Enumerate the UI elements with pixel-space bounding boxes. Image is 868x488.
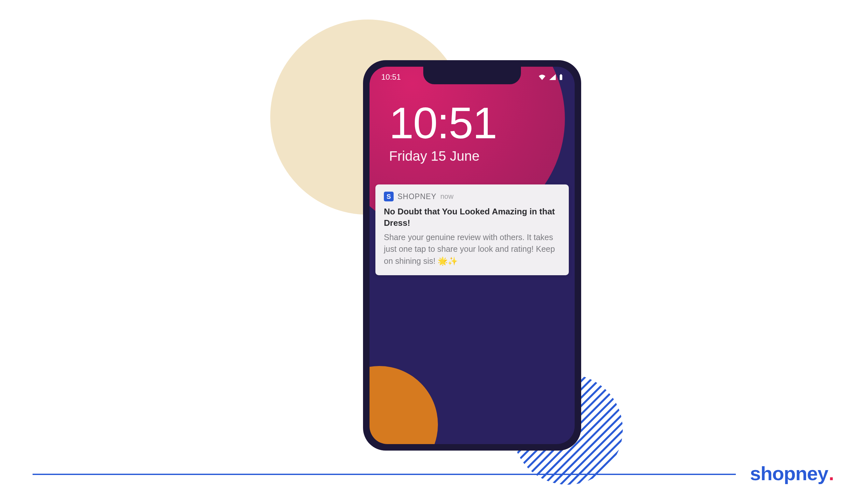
notification-body: Share your genuine review with others. I… bbox=[384, 231, 560, 267]
phone-mockup: 10:51 10:51 Friday 15 June S SH bbox=[363, 60, 581, 451]
status-bar: 10:51 bbox=[370, 71, 575, 84]
push-notification[interactable]: S SHOPNEY now No Doubt that You Looked A… bbox=[375, 185, 569, 275]
wallpaper-blob-orange bbox=[370, 366, 438, 444]
footer-divider bbox=[33, 474, 835, 475]
brand-name: shopney bbox=[750, 462, 828, 485]
notification-time-ago: now bbox=[440, 192, 453, 201]
wifi-icon bbox=[538, 74, 546, 80]
phone-screen: 10:51 10:51 Friday 15 June S SH bbox=[370, 67, 575, 444]
lockscreen-date: Friday 15 June bbox=[389, 148, 562, 164]
cellular-icon bbox=[549, 74, 556, 80]
status-time: 10:51 bbox=[381, 72, 401, 82]
battery-icon bbox=[559, 74, 563, 80]
notification-title: No Doubt that You Looked Amazing in that… bbox=[384, 206, 560, 229]
brand-dot: . bbox=[829, 462, 834, 485]
notification-header: S SHOPNEY now bbox=[384, 192, 560, 201]
svg-rect-4 bbox=[560, 75, 562, 80]
svg-rect-5 bbox=[560, 74, 562, 75]
brand-logo: shopney. bbox=[736, 462, 842, 485]
notification-app-icon: S bbox=[384, 192, 394, 201]
notification-app-name: SHOPNEY bbox=[398, 192, 436, 201]
lockscreen-clock: 10:51 Friday 15 June bbox=[389, 101, 562, 164]
status-icons bbox=[538, 74, 563, 80]
lockscreen-time: 10:51 bbox=[389, 101, 562, 145]
